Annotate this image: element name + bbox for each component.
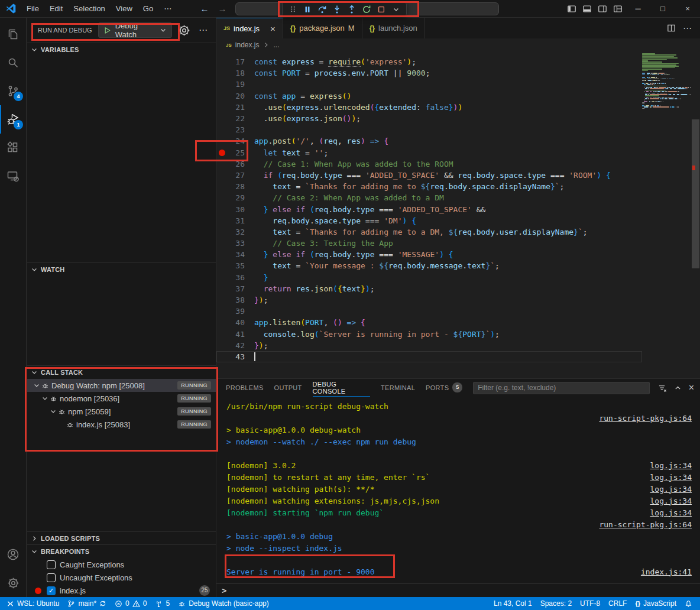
- panel-tab-output[interactable]: OUTPUT: [274, 379, 302, 397]
- code-line: 37 return res.json({text});: [216, 283, 642, 294]
- menu-[interactable]: ⋯: [158, 0, 177, 18]
- restart-button[interactable]: [361, 4, 372, 15]
- minimize-button[interactable]: ─: [626, 0, 650, 18]
- panel-tab-debug-console[interactable]: DEBUG CONSOLE: [313, 379, 370, 397]
- remote-indicator[interactable]: WSL: Ubuntu: [2, 597, 63, 610]
- panel-tab-problems[interactable]: PROBLEMS: [226, 379, 264, 397]
- toggle-primary-sidebar-icon[interactable]: [564, 0, 579, 18]
- console-source-link[interactable]: log.js:34: [650, 473, 698, 482]
- menu-file[interactable]: File: [21, 0, 44, 18]
- console-source-link[interactable]: log.js:34: [650, 485, 698, 494]
- sidebar-more-actions-icon[interactable]: ⋯: [196, 25, 210, 35]
- section-variables: VARIABLES: [27, 43, 216, 262]
- encoding-setting[interactable]: UTF-8: [576, 597, 604, 610]
- menu-selection[interactable]: Selection: [68, 0, 110, 18]
- activity-explorer[interactable]: [0, 20, 26, 48]
- activity-run-and-debug[interactable]: 1: [0, 105, 26, 134]
- clear-console-icon[interactable]: [658, 384, 667, 392]
- accounts-button[interactable]: [0, 540, 26, 569]
- console-source-link[interactable]: log.js:34: [650, 497, 698, 505]
- debug-configure-gear-icon[interactable]: [178, 24, 190, 37]
- console-source-link[interactable]: log.js:34: [650, 461, 698, 470]
- breakpoint-checkbox[interactable]: ✓: [47, 586, 56, 595]
- breakpoint-checkbox[interactable]: [47, 560, 56, 569]
- indentation-setting[interactable]: Spaces: 2: [536, 597, 576, 610]
- step-out-button[interactable]: [346, 4, 357, 15]
- minimap[interactable]: [642, 53, 691, 111]
- step-over-button[interactable]: [317, 4, 328, 15]
- debug-console-input[interactable]: >: [216, 583, 700, 597]
- editor-scrollbar[interactable]: [692, 119, 699, 268]
- stop-button[interactable]: [376, 4, 387, 15]
- launch-config-dropdown[interactable]: Debug Watch: [98, 22, 172, 38]
- drag-handle-icon[interactable]: [287, 4, 298, 15]
- breadcrumb[interactable]: JS index.js ...: [216, 38, 700, 51]
- console-source-link[interactable]: run-script-pkg.js:64: [599, 414, 698, 423]
- breakpoint-row[interactable]: Uncaught Exceptions: [27, 571, 216, 584]
- breadcrumb-symbol[interactable]: ...: [273, 41, 279, 49]
- toggle-secondary-sidebar-icon[interactable]: [595, 0, 610, 18]
- cursor-position[interactable]: Ln 43, Col 1: [490, 597, 536, 610]
- tab-index.js[interactable]: JSindex.js×: [216, 18, 283, 38]
- call-stack-row[interactable]: Debug Watch: npm [25008]RUNNING: [27, 379, 216, 392]
- console-source-link[interactable]: run-script-pkg.js:64: [599, 520, 698, 529]
- breakpoint-dot[interactable]: [219, 150, 225, 156]
- breakpoint-checkbox[interactable]: [47, 573, 56, 582]
- git-branch-indicator[interactable]: main*: [63, 597, 111, 610]
- toggle-panel-icon[interactable]: [579, 0, 595, 18]
- close-button[interactable]: ×: [675, 0, 700, 18]
- activity-source-control[interactable]: 4: [0, 77, 26, 105]
- language-mode[interactable]: {}JavaScript: [631, 597, 680, 610]
- tab-package.json[interactable]: {}package.jsonM: [283, 18, 362, 38]
- breakpoint-gutter[interactable]: [216, 150, 227, 156]
- eol-setting[interactable]: CRLF: [604, 597, 631, 610]
- console-source-link[interactable]: log.js:34: [650, 508, 698, 517]
- pause-button[interactable]: [302, 4, 313, 15]
- sidebar-title: RUN AND DEBUG: [38, 27, 92, 34]
- breakpoint-row[interactable]: Caught Exceptions: [27, 558, 216, 571]
- editor-more-actions-icon[interactable]: ⋯: [683, 23, 692, 34]
- nav-back-button[interactable]: ←: [197, 0, 212, 17]
- console-filter-input[interactable]: [473, 382, 649, 394]
- panel-tab-ports[interactable]: PORTS5: [426, 379, 462, 397]
- debug-toolbar-chevron-icon[interactable]: [391, 4, 401, 15]
- start-debugging-icon[interactable]: [103, 27, 111, 34]
- activity-search[interactable]: [0, 48, 26, 77]
- maximize-button[interactable]: □: [650, 0, 675, 18]
- panel-tab-terminal[interactable]: TERMINAL: [381, 379, 415, 397]
- split-editor-icon[interactable]: [667, 24, 676, 33]
- menu-go[interactable]: Go: [138, 0, 158, 18]
- activity-extensions[interactable]: [0, 134, 26, 162]
- call-stack-row[interactable]: index.js [25083]RUNNING: [27, 418, 216, 431]
- maximize-panel-icon[interactable]: [674, 384, 682, 392]
- step-into-button[interactable]: [332, 4, 342, 15]
- debug-console-output[interactable]: /usr/bin/npm run-script debug-watchrun-s…: [216, 397, 698, 583]
- forwarded-ports-indicator[interactable]: 5: [151, 597, 174, 610]
- debug-session-indicator[interactable]: Debug Watch (basic-app): [174, 597, 273, 610]
- problems-indicator[interactable]: 00: [111, 597, 151, 610]
- watch-header[interactable]: WATCH: [27, 263, 216, 276]
- console-line: [nodemon] to restart at any time, enter …: [226, 471, 698, 483]
- close-icon[interactable]: ×: [270, 24, 276, 33]
- close-panel-icon[interactable]: ×: [689, 383, 694, 392]
- customize-layout-icon[interactable]: [610, 0, 626, 18]
- call-stack-row[interactable]: npm [25059]RUNNING: [27, 405, 216, 418]
- call-stack-row[interactable]: nodemon [25036]RUNNING: [27, 392, 216, 405]
- tab-launch.json[interactable]: {}launch.json: [362, 18, 425, 38]
- notifications-bell[interactable]: [680, 597, 696, 610]
- breadcrumb-file[interactable]: index.js: [235, 41, 260, 49]
- variables-header[interactable]: VARIABLES: [27, 43, 216, 56]
- breakpoint-row[interactable]: ✓index.js25: [27, 584, 216, 597]
- menu-view[interactable]: View: [111, 0, 138, 18]
- nav-forward-button[interactable]: →: [215, 0, 229, 17]
- menu-edit[interactable]: Edit: [44, 0, 68, 18]
- console-line: [nodemon] watching extensions: js,mjs,cj…: [226, 495, 698, 507]
- call-stack-header[interactable]: CALL STACK: [27, 366, 216, 379]
- activity-remote-explorer[interactable]: [0, 162, 26, 190]
- manage-button[interactable]: [0, 569, 26, 597]
- bell-icon: [685, 600, 692, 608]
- code-editor[interactable]: 17const express = require('express');18c…: [216, 51, 642, 378]
- loaded-scripts-header[interactable]: LOADED SCRIPTS: [27, 532, 216, 544]
- breakpoints-header[interactable]: BREAKPOINTS: [27, 545, 216, 558]
- console-source-link[interactable]: index.js:41: [641, 567, 698, 576]
